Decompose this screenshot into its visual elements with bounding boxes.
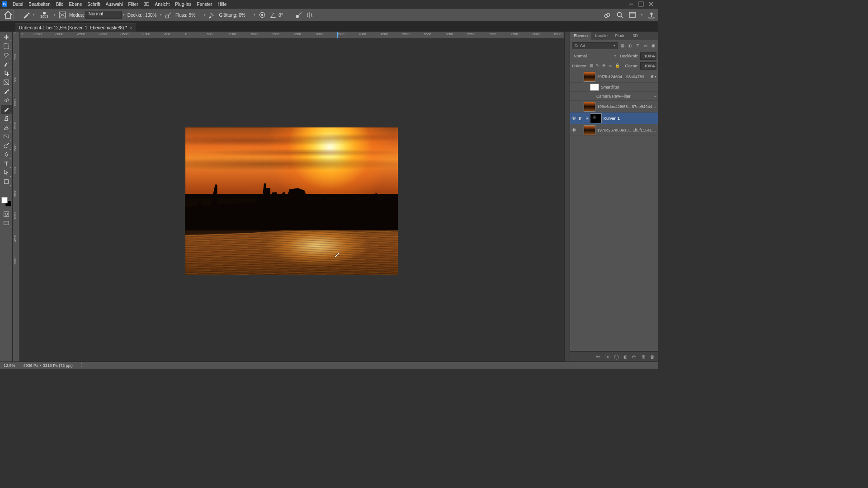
menu-help[interactable]: Hilfe (215, 1, 229, 8)
menu-window[interactable]: Fenster (194, 1, 215, 8)
eraser-tool[interactable] (1, 123, 12, 132)
more-tools[interactable]: ⋯ (1, 186, 12, 195)
lock-position-icon[interactable]: ✥ (602, 63, 608, 69)
filter-smart-icon[interactable]: ▣ (650, 42, 656, 49)
chevron-down-icon[interactable]: ▾ (160, 13, 162, 17)
arrange-docs-icon[interactable] (628, 11, 637, 19)
quick-select-tool[interactable] (1, 60, 12, 69)
layer-name[interactable]: Camera Raw-Filter (596, 94, 654, 99)
path-select-tool[interactable] (1, 168, 12, 177)
menu-view[interactable]: Ansicht (152, 1, 173, 8)
shape-tool[interactable] (1, 177, 12, 186)
filter-pixel-icon[interactable]: ▦ (619, 42, 626, 49)
new-group-icon[interactable]: 🗀 (631, 353, 637, 360)
opacity-value[interactable]: 100% (145, 13, 159, 18)
add-mask-icon[interactable]: ◯ (613, 353, 619, 360)
foreground-color-swatch[interactable] (1, 197, 8, 203)
lock-pixels-icon[interactable]: ▦ (590, 63, 595, 69)
color-swatches[interactable] (1, 197, 11, 207)
filter-options-icon[interactable]: ≡ (654, 94, 658, 98)
link-icon[interactable]: ⎘ (584, 116, 590, 121)
menu-plugins[interactable]: Plug-ins (172, 1, 194, 8)
dodge-tool[interactable] (1, 141, 12, 150)
visibility-toggle[interactable]: 👁 (570, 127, 577, 133)
angle-value[interactable]: 0° (278, 13, 292, 18)
screen-mode-toggle[interactable] (1, 219, 12, 228)
layer-row[interactable]: Camera Raw-Filter ≡ (570, 92, 658, 101)
tab-kanaele[interactable]: Kanäle (591, 32, 611, 40)
healing-tool[interactable] (1, 96, 12, 105)
menu-file[interactable]: Datei (10, 1, 26, 8)
symmetry-toggle[interactable] (306, 11, 314, 19)
layer-name[interactable]: 29f7fb124604…93a047894a38 (597, 75, 651, 79)
layer-name[interactable]: Kurven 1 (604, 116, 658, 121)
layer-opacity-value[interactable]: 100% (640, 52, 656, 60)
chevron-down-icon[interactable]: ▾ (33, 13, 35, 17)
tab-ebenen[interactable]: Ebenen (570, 32, 591, 40)
menu-select[interactable]: Auswahl (103, 1, 126, 8)
chevron-down-icon[interactable]: ▾ (641, 13, 643, 17)
layer-name[interactable]: Smartfilter (601, 85, 658, 89)
status-chevron-icon[interactable]: 〉 (81, 362, 85, 368)
fill-value[interactable]: 100% (640, 62, 656, 70)
search-icon[interactable] (616, 11, 624, 19)
chevron-down-icon[interactable]: ▾ (204, 13, 206, 17)
lasso-tool[interactable] (1, 51, 12, 60)
window-maximize-icon[interactable] (638, 1, 644, 7)
gradient-tool[interactable] (1, 132, 12, 141)
canvas[interactable] (20, 39, 564, 361)
type-tool[interactable] (1, 159, 12, 168)
layer-mask-thumbnail[interactable] (590, 113, 602, 123)
blend-mode-select[interactable]: Normal (85, 11, 122, 19)
chevron-down-icon[interactable]: ▾ (123, 13, 125, 17)
window-minimize-icon[interactable] (628, 1, 634, 7)
menu-layer[interactable]: Ebene (66, 1, 85, 8)
layer-thumbnail[interactable] (584, 102, 595, 112)
window-close-icon[interactable] (648, 1, 654, 7)
vertical-ruler[interactable]: 0 500 1000 1500 2000 2500 3000 3500 4000… (13, 32, 20, 361)
brush-settings-button[interactable] (58, 11, 66, 19)
lock-artboard-icon[interactable]: ▭ (609, 63, 614, 69)
eyedropper-tool[interactable] (1, 87, 12, 96)
menu-edit[interactable]: Bearbeiten (26, 1, 53, 8)
home-button[interactable] (3, 9, 14, 20)
filter-mask-thumbnail[interactable] (590, 84, 599, 91)
tab-pfade[interactable]: Pfade (611, 32, 629, 40)
layer-row[interactable]: 29f7fb124604…93a047894a38 ◧▾ (570, 71, 658, 83)
close-tab-icon[interactable]: × (130, 25, 132, 30)
filter-type-icon[interactable]: T (635, 42, 641, 49)
layer-row[interactable]: 👁 1970c267e03613…1b3f115e14179 (570, 124, 658, 136)
clone-stamp-tool[interactable] (1, 114, 12, 123)
layer-thumbnail[interactable] (584, 125, 595, 135)
smoothing-options-icon[interactable] (258, 11, 266, 19)
delete-layer-icon[interactable]: 🗑 (649, 353, 656, 360)
airbrush-toggle[interactable] (208, 11, 217, 19)
new-layer-icon[interactable]: ⊞ (640, 353, 646, 360)
menu-3d[interactable]: 3D (141, 1, 152, 8)
layer-thumbnail[interactable] (584, 72, 595, 82)
layer-name[interactable]: 199e6dae42f968…87ee949448024 (597, 104, 658, 109)
lock-brush-icon[interactable]: ✎ (596, 63, 601, 69)
layer-filter-select[interactable]: Art ▾ (572, 42, 618, 49)
filter-adjust-icon[interactable]: ◐ (627, 42, 633, 49)
frame-tool[interactable] (1, 78, 12, 87)
flow-value[interactable]: 5% (189, 13, 203, 18)
collapsed-panel-strip[interactable] (564, 32, 570, 361)
layer-row[interactable]: 👁 ◧ ⎘ Kurven 1 (570, 113, 658, 124)
layer-blend-select[interactable]: Normal▾ (572, 54, 618, 58)
chevron-down-icon[interactable]: ▾ (254, 13, 255, 17)
layer-name[interactable]: 1970c267e03613…1b3f115e14179 (597, 128, 658, 132)
share-icon[interactable] (647, 11, 656, 19)
horizontal-ruler[interactable]: 0 -3500 -3000 -2500 -2000 -1500 -1000 -5… (20, 32, 564, 39)
chevron-down-icon[interactable]: ▾ (54, 13, 56, 17)
marquee-tool[interactable] (1, 42, 12, 51)
filter-shape-icon[interactable]: ▭ (642, 42, 649, 49)
crop-tool[interactable] (1, 69, 12, 78)
link-layers-icon[interactable]: ⚯ (595, 353, 601, 360)
pen-tool[interactable] (1, 150, 12, 159)
pressure-size-toggle[interactable] (295, 11, 303, 19)
layer-fx-icon[interactable]: fx (604, 353, 610, 360)
new-adjustment-icon[interactable]: ◐ (622, 353, 628, 360)
menu-type[interactable]: Schrift (85, 1, 103, 8)
layer-row[interactable]: Smartfilter (570, 83, 658, 92)
